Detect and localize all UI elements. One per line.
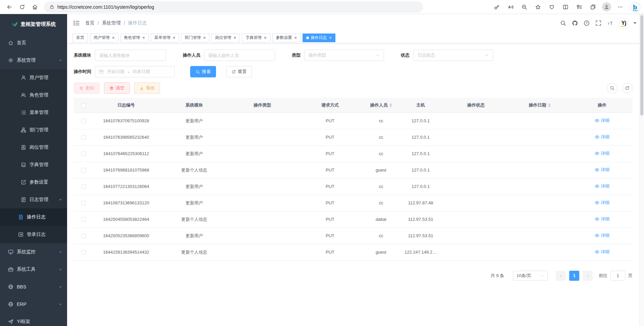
favorites-bar-button[interactable] xyxy=(573,1,585,13)
tab-user-management[interactable]: 用户管理× xyxy=(90,34,118,42)
zoom-button[interactable] xyxy=(518,1,530,13)
toggle-search-button[interactable] xyxy=(607,83,618,93)
sort-control[interactable] xyxy=(548,103,551,107)
detail-link[interactable]: 详细 xyxy=(595,118,609,124)
collapse-sidebar-icon[interactable] xyxy=(73,20,80,26)
profile-avatar[interactable] xyxy=(602,2,611,11)
type-select[interactable]: 操作类型 xyxy=(304,50,384,61)
next-page-button[interactable]: › xyxy=(583,271,593,281)
tab-role-management[interactable]: 角色管理× xyxy=(120,34,149,42)
close-icon[interactable]: × xyxy=(294,36,297,40)
sidebar-item-system-management[interactable]: 系统管理 xyxy=(0,52,67,69)
sidebar-item-system-tools[interactable]: 系统工具 xyxy=(0,261,67,278)
detail-link[interactable]: 详细 xyxy=(595,216,609,222)
date-range-picker[interactable]: 开始日期 - 结束日期 xyxy=(95,66,175,77)
operator-input[interactable] xyxy=(204,50,275,61)
browser-essentials-button[interactable] xyxy=(546,1,558,13)
home-button[interactable] xyxy=(29,1,41,13)
module-input[interactable] xyxy=(95,50,166,61)
select-all-checkbox[interactable] xyxy=(81,103,86,108)
prev-page-button[interactable]: ‹ xyxy=(556,271,566,281)
reset-button[interactable]: 重置 xyxy=(226,66,252,77)
favorites-button[interactable] xyxy=(532,1,544,13)
status-select[interactable]: 日志状态 xyxy=(413,50,493,61)
detail-link[interactable]: 详细 xyxy=(595,233,609,239)
github-icon[interactable] xyxy=(572,20,578,26)
refresh-table-button[interactable] xyxy=(622,83,633,93)
row-checkbox[interactable] xyxy=(81,234,86,238)
font-size-icon[interactable]: TT xyxy=(607,20,613,26)
sort-desc-icon[interactable] xyxy=(548,106,551,107)
sidebar-item-login-log[interactable]: 登录日志 xyxy=(0,226,67,243)
sidebar-item-dept-management[interactable]: 部门管理 xyxy=(0,121,67,139)
tab-param-settings[interactable]: 参数设置× xyxy=(272,34,301,42)
sidebar-item-user-management[interactable]: 用户管理 xyxy=(0,69,67,86)
fullscreen-icon[interactable] xyxy=(595,20,601,26)
collections-button[interactable] xyxy=(587,1,599,13)
sidebar-item-system-monitor[interactable]: 系统监控 xyxy=(0,243,67,261)
sort-control[interactable] xyxy=(389,103,392,107)
delete-button[interactable]: 删除 xyxy=(74,82,100,94)
detail-link[interactable]: 详细 xyxy=(595,183,609,189)
scrollbar-thumb[interactable] xyxy=(640,15,643,116)
back-button[interactable] xyxy=(3,1,15,13)
user-avatar[interactable]: Yj xyxy=(619,18,629,28)
row-checkbox[interactable] xyxy=(81,217,86,222)
clear-button[interactable]: 清空 xyxy=(104,82,130,94)
row-checkbox[interactable] xyxy=(81,119,86,123)
sidebar-item-erp[interactable]: ERP xyxy=(0,296,67,313)
sort-desc-icon[interactable] xyxy=(389,106,392,107)
tab-home[interactable]: 首页 xyxy=(72,34,88,42)
row-checkbox[interactable] xyxy=(81,168,86,173)
sidebar-item-param-settings[interactable]: 参数设置 xyxy=(0,174,67,191)
tab-menu-management[interactable]: 菜单管理× xyxy=(151,34,179,42)
row-checkbox[interactable] xyxy=(81,151,86,156)
tab-dict-management[interactable]: 字典管理× xyxy=(242,34,270,42)
password-button[interactable] xyxy=(491,1,503,13)
tab-post-management[interactable]: 岗位管理× xyxy=(211,34,240,42)
close-icon[interactable]: × xyxy=(329,36,332,40)
sort-asc-icon[interactable] xyxy=(389,103,392,105)
page-scrollbar[interactable] xyxy=(639,14,644,326)
bing-copilot-button[interactable]: b xyxy=(630,2,641,12)
sidebar-item-operation-log[interactable]: 操作日志 xyxy=(0,208,67,226)
row-checkbox[interactable] xyxy=(81,135,86,140)
sidebar-item-menu-management[interactable]: 菜单管理 xyxy=(0,104,67,121)
sidebar-item-home[interactable]: 首页 xyxy=(0,34,67,52)
detail-link[interactable]: 详细 xyxy=(595,167,609,173)
close-icon[interactable]: × xyxy=(143,36,145,40)
caret-down-icon[interactable] xyxy=(632,20,638,26)
breadcrumb-item[interactable]: 首页 xyxy=(85,20,95,26)
close-icon[interactable]: × xyxy=(112,36,115,40)
read-aloud-button[interactable]: A xyxy=(504,1,517,13)
search-icon[interactable] xyxy=(560,20,566,26)
close-icon[interactable]: × xyxy=(233,36,236,40)
row-checkbox[interactable] xyxy=(81,201,86,205)
sort-asc-icon[interactable] xyxy=(548,103,551,105)
tab-operation-log[interactable]: 操作日志× xyxy=(303,34,335,42)
sidebar-item-log-management[interactable]: 日志管理 xyxy=(0,191,67,208)
goto-page-input[interactable] xyxy=(610,271,625,281)
detail-link[interactable]: 详细 xyxy=(595,249,609,255)
more-options-button[interactable] xyxy=(614,1,626,13)
close-icon[interactable]: × xyxy=(264,36,267,40)
sidebar-item-bbs[interactable]: BBS xyxy=(0,278,67,296)
refresh-button[interactable] xyxy=(16,1,28,13)
close-icon[interactable]: × xyxy=(203,36,206,40)
page-button-1[interactable]: 1 xyxy=(569,271,579,281)
detail-link[interactable]: 详细 xyxy=(595,150,609,156)
row-checkbox[interactable] xyxy=(81,184,86,189)
close-icon[interactable]: × xyxy=(173,36,175,40)
sidebar-item-post-management[interactable]: 岗位管理 xyxy=(0,139,67,156)
sidebar-item-dict-management[interactable]: 字典管理 xyxy=(0,156,67,174)
detail-link[interactable]: 详细 xyxy=(595,200,609,206)
detail-link[interactable]: 详细 xyxy=(595,134,609,140)
export-button[interactable]: 导出 xyxy=(134,82,160,94)
help-icon[interactable]: ? xyxy=(584,20,590,26)
tab-dept-management[interactable]: 部门管理× xyxy=(181,34,210,42)
sidebar-item-role-management[interactable]: 角色管理 xyxy=(0,86,67,104)
address-bar[interactable]: https://ccnetcore.com:1101/system/log/op… xyxy=(44,2,423,12)
row-checkbox[interactable] xyxy=(81,250,86,255)
sidebar-item-yi-framework[interactable]: Yi框架 xyxy=(0,313,67,326)
split-screen-button[interactable] xyxy=(559,1,572,13)
